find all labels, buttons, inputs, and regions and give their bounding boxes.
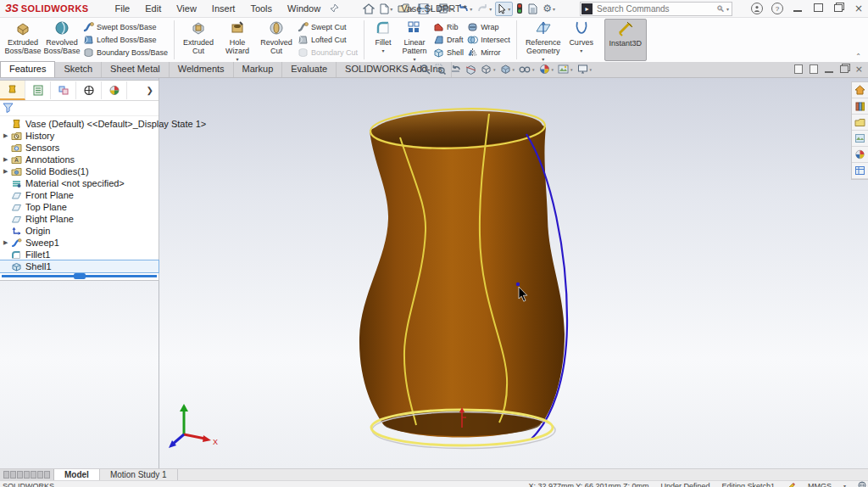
lofted-boss-base-button[interactable]: Lofted Boss/Base (81, 34, 170, 45)
swept-cut-button[interactable]: Swept Cut (296, 21, 359, 32)
fillet-button[interactable]: Fillet ▾ (369, 19, 398, 61)
instant3d-button[interactable]: Instant3D (604, 19, 647, 61)
home-icon[interactable] (361, 3, 376, 15)
extruded-boss-base-button[interactable]: Extruded Boss/Base (3, 19, 42, 61)
expand-arrow-icon[interactable]: ▶ (3, 239, 11, 246)
tree-item-front-plane[interactable]: Front Plane (0, 189, 159, 201)
swept-boss-base-button[interactable]: Swept Boss/Base (81, 21, 170, 32)
boundary-boss-base-button[interactable]: Boundary Boss/Base (81, 47, 170, 58)
tree-item-sensors[interactable]: Sensors (0, 142, 159, 154)
tree-item-top-plane[interactable]: Top Plane (0, 201, 159, 213)
tab-evaluate[interactable]: Evaluate (282, 62, 337, 77)
doc-icon-2[interactable] (810, 64, 818, 74)
lofted-cut-button[interactable]: Lofted Cut (296, 34, 359, 45)
custom-properties-icon[interactable] (852, 163, 868, 179)
shell-button[interactable]: Shell (431, 47, 465, 58)
appearances-scenes-icon[interactable] (852, 147, 868, 163)
expand-arrow-icon[interactable]: ▶ (3, 168, 11, 175)
zoom-to-fit-icon[interactable] (419, 63, 431, 76)
doc-icon-1[interactable] (794, 64, 803, 74)
sketch-edit-icon[interactable] (787, 481, 796, 487)
mirror-button[interactable]: Mirror (465, 47, 512, 58)
display-style-icon[interactable]: ▾ (499, 63, 516, 76)
tab-sheet-metal[interactable]: Sheet Metal (102, 62, 170, 77)
curves-button[interactable]: Curves ▾ (565, 19, 598, 61)
restore-icon[interactable] (832, 3, 844, 14)
linear-pattern-button[interactable]: Linear Pattern ▾ (398, 19, 431, 61)
panel-expand-icon[interactable]: ❯ (147, 86, 153, 95)
tab-sketch[interactable]: Sketch (55, 62, 102, 77)
menu-file[interactable]: File (108, 2, 138, 15)
search-input[interactable] (595, 3, 716, 14)
new-document-icon[interactable]: ▾ (378, 3, 394, 15)
rib-button[interactable]: Rib (431, 21, 465, 32)
pin-menu-icon[interactable] (330, 3, 339, 14)
doc-minimize-icon[interactable] (825, 64, 833, 75)
section-view-icon[interactable] (465, 63, 477, 76)
file-explorer-icon[interactable] (852, 115, 868, 131)
graphics-viewport[interactable]: X ❯ Vase (Default) <<Default>_Display St… (0, 78, 868, 468)
curves-dropdown-icon[interactable]: ▾ (580, 48, 582, 53)
linear-pattern-dropdown-icon[interactable]: ▾ (414, 56, 416, 62)
wrap-button[interactable]: Wrap (465, 21, 512, 32)
fillet-dropdown-icon[interactable]: ▾ (382, 48, 385, 53)
featuremanager-tree-icon[interactable] (0, 81, 25, 100)
help-icon[interactable]: ? (771, 3, 783, 14)
menu-insert[interactable]: Insert (204, 2, 243, 15)
search-icon[interactable]: 🔍︎ (716, 4, 725, 14)
tree-item-solid-bodies[interactable]: ▶Solid Bodies(1) (0, 165, 159, 177)
doc-restore-icon[interactable] (840, 64, 849, 75)
tab-motion-study-1[interactable]: Motion Study 1 (100, 469, 178, 480)
resources-home-icon[interactable] (852, 82, 868, 98)
file-properties-icon[interactable] (526, 3, 539, 15)
ribbon-collapse-icon[interactable]: ⌃ (855, 53, 861, 60)
tree-item-material[interactable]: Material <not specified> (0, 177, 159, 189)
menu-edit[interactable]: Edit (137, 2, 169, 15)
expand-arrow-icon[interactable]: ▶ (3, 156, 11, 163)
tab-markup[interactable]: Markup (234, 62, 283, 77)
rebuild-icon[interactable] (515, 2, 525, 15)
edit-appearance-icon[interactable]: ▾ (538, 63, 555, 76)
rollback-bar[interactable] (2, 275, 157, 277)
propertymanager-icon[interactable] (25, 81, 51, 99)
dimxpertmanager-icon[interactable] (76, 81, 102, 99)
zoom-to-area-icon[interactable] (434, 63, 447, 76)
hole-wizard-button[interactable]: Hole Wizard ▾ (218, 19, 257, 61)
minimize-icon[interactable] (792, 3, 804, 14)
tree-item-sweep1[interactable]: ▶Sweep1 (0, 237, 159, 249)
displaymanager-icon[interactable] (102, 81, 127, 99)
view-orientation-icon[interactable]: ▾ (480, 63, 497, 76)
tree-item-shell1[interactable]: Shell1 (0, 260, 159, 272)
hide-show-items-icon[interactable]: ▾ (518, 63, 536, 76)
filter-icon[interactable] (3, 103, 14, 115)
tab-features[interactable]: Features (0, 61, 55, 77)
tree-item-fillet1[interactable]: Fillet1 (0, 249, 159, 260)
draft-button[interactable]: Draft (431, 34, 465, 45)
tree-item-history[interactable]: ▶History (0, 130, 159, 142)
view-settings-icon[interactable]: ▾ (576, 63, 593, 76)
redo-icon[interactable]: ▾ (476, 3, 493, 14)
search-dropdown-icon[interactable]: ▾ (726, 6, 729, 12)
revolved-boss-base-button[interactable]: Revolved Boss/Base (42, 19, 81, 61)
select-icon[interactable]: ▾ (495, 2, 513, 16)
options-icon[interactable]: ⚙▾ (541, 2, 557, 15)
tab-weldments[interactable]: Weldments (170, 62, 234, 77)
previous-view-icon[interactable] (449, 63, 462, 76)
menu-view[interactable]: View (169, 2, 204, 15)
menu-tools[interactable]: Tools (242, 2, 280, 15)
search-commands-box[interactable]: ▸ 🔍︎ ▾ (580, 2, 732, 16)
save-icon[interactable]: ▾ (416, 3, 434, 15)
configurationmanager-icon[interactable] (51, 81, 76, 99)
pane-splitter-buttons[interactable] (0, 469, 54, 480)
reference-geometry-dropdown-icon[interactable]: ▾ (542, 56, 544, 62)
apply-scene-icon[interactable]: ▾ (557, 63, 574, 76)
tree-item-part[interactable]: Vase (Default) <<Default>_Display State … (0, 118, 159, 130)
status-globe-icon[interactable] (858, 481, 866, 487)
tree-item-right-plane[interactable]: Right Plane (0, 213, 159, 225)
hole-wizard-dropdown-icon[interactable]: ▾ (236, 56, 239, 62)
intersect-button[interactable]: Intersect (465, 34, 512, 45)
reference-geometry-button[interactable]: Reference Geometry ▾ (521, 19, 565, 61)
undo-icon[interactable]: ▾ (456, 3, 474, 14)
view-palette-icon[interactable] (852, 131, 868, 147)
close-icon[interactable]: × (853, 3, 865, 14)
